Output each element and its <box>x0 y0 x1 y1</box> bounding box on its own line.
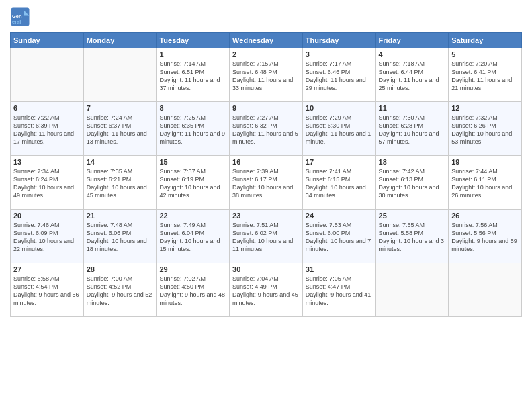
week-row-3: 20Sunrise: 7:46 AM Sunset: 6:09 PM Dayli… <box>11 210 522 263</box>
day-info: Sunrise: 7:56 AM Sunset: 5:56 PM Dayligh… <box>451 221 519 254</box>
day-info: Sunrise: 7:05 AM Sunset: 4:47 PM Dayligh… <box>306 275 373 308</box>
calendar-cell: 5Sunrise: 7:20 AM Sunset: 6:41 PM Daylig… <box>449 48 522 102</box>
calendar-cell: 25Sunrise: 7:55 AM Sunset: 5:58 PM Dayli… <box>375 210 449 263</box>
day-number: 14 <box>87 158 154 166</box>
day-number: 23 <box>232 212 300 220</box>
calendar-cell: 28Sunrise: 7:00 AM Sunset: 4:52 PM Dayli… <box>83 263 157 317</box>
day-number: 15 <box>159 158 226 166</box>
day-info: Sunrise: 7:15 AM Sunset: 6:48 PM Dayligh… <box>232 60 300 93</box>
calendar-cell <box>83 48 157 102</box>
day-info: Sunrise: 7:41 AM Sunset: 6:15 PM Dayligh… <box>306 167 373 200</box>
day-info: Sunrise: 7:42 AM Sunset: 6:13 PM Dayligh… <box>379 167 446 200</box>
day-info: Sunrise: 7:48 AM Sunset: 6:06 PM Dayligh… <box>87 221 154 254</box>
calendar-cell: 11Sunrise: 7:30 AM Sunset: 6:28 PM Dayli… <box>375 102 449 156</box>
calendar-cell: 20Sunrise: 7:46 AM Sunset: 6:09 PM Dayli… <box>11 210 84 263</box>
calendar-cell: 16Sunrise: 7:39 AM Sunset: 6:17 PM Dayli… <box>230 156 303 210</box>
day-number: 19 <box>451 158 519 166</box>
calendar-cell: 21Sunrise: 7:48 AM Sunset: 6:06 PM Dayli… <box>83 210 157 263</box>
day-info: Sunrise: 7:18 AM Sunset: 6:44 PM Dayligh… <box>379 60 446 93</box>
week-row-4: 27Sunrise: 6:58 AM Sunset: 4:54 PM Dayli… <box>11 263 522 317</box>
day-info: Sunrise: 7:49 AM Sunset: 6:04 PM Dayligh… <box>159 221 226 254</box>
day-info: Sunrise: 7:53 AM Sunset: 6:00 PM Dayligh… <box>306 221 373 254</box>
calendar-cell: 1Sunrise: 7:14 AM Sunset: 6:51 PM Daylig… <box>157 48 230 102</box>
calendar-cell <box>11 48 84 102</box>
day-number: 6 <box>13 104 81 112</box>
day-number: 18 <box>379 158 446 166</box>
header-cell-monday: Monday <box>83 33 157 48</box>
calendar-cell: 18Sunrise: 7:42 AM Sunset: 6:13 PM Dayli… <box>375 156 449 210</box>
day-number: 9 <box>232 104 300 112</box>
header: Gen eral <box>10 7 522 27</box>
day-number: 17 <box>306 158 373 166</box>
day-number: 16 <box>232 158 300 166</box>
svg-text:eral: eral <box>12 19 21 25</box>
calendar-cell: 7Sunrise: 7:24 AM Sunset: 6:37 PM Daylig… <box>83 102 157 156</box>
header-cell-thursday: Thursday <box>302 33 375 48</box>
week-row-2: 13Sunrise: 7:34 AM Sunset: 6:24 PM Dayli… <box>11 156 522 210</box>
header-cell-sunday: Sunday <box>11 33 84 48</box>
day-number: 31 <box>306 265 373 273</box>
calendar-cell: 19Sunrise: 7:44 AM Sunset: 6:11 PM Dayli… <box>449 156 522 210</box>
calendar-cell: 14Sunrise: 7:35 AM Sunset: 6:21 PM Dayli… <box>83 156 157 210</box>
header-cell-tuesday: Tuesday <box>157 33 230 48</box>
day-info: Sunrise: 7:35 AM Sunset: 6:21 PM Dayligh… <box>87 167 154 200</box>
day-info: Sunrise: 7:02 AM Sunset: 4:50 PM Dayligh… <box>159 275 226 308</box>
calendar-cell: 27Sunrise: 6:58 AM Sunset: 4:54 PM Dayli… <box>11 263 84 317</box>
day-info: Sunrise: 7:30 AM Sunset: 6:28 PM Dayligh… <box>379 113 446 146</box>
day-info: Sunrise: 7:39 AM Sunset: 6:17 PM Dayligh… <box>232 167 300 200</box>
day-info: Sunrise: 7:29 AM Sunset: 6:30 PM Dayligh… <box>306 113 373 146</box>
day-info: Sunrise: 7:00 AM Sunset: 4:52 PM Dayligh… <box>87 275 154 308</box>
day-number: 30 <box>232 265 300 273</box>
day-number: 29 <box>159 265 226 273</box>
day-number: 5 <box>451 50 519 58</box>
day-number: 4 <box>379 50 446 58</box>
calendar-cell: 2Sunrise: 7:15 AM Sunset: 6:48 PM Daylig… <box>230 48 303 102</box>
day-number: 12 <box>451 104 519 112</box>
header-cell-friday: Friday <box>375 33 449 48</box>
calendar-cell: 6Sunrise: 7:22 AM Sunset: 6:39 PM Daylig… <box>11 102 84 156</box>
day-number: 2 <box>232 50 300 58</box>
day-number: 21 <box>87 212 154 220</box>
calendar-cell: 15Sunrise: 7:37 AM Sunset: 6:19 PM Dayli… <box>157 156 230 210</box>
day-info: Sunrise: 7:20 AM Sunset: 6:41 PM Dayligh… <box>451 60 519 93</box>
day-info: Sunrise: 7:25 AM Sunset: 6:35 PM Dayligh… <box>159 113 226 146</box>
day-info: Sunrise: 7:51 AM Sunset: 6:02 PM Dayligh… <box>232 221 300 254</box>
day-info: Sunrise: 7:27 AM Sunset: 6:32 PM Dayligh… <box>232 113 300 146</box>
day-info: Sunrise: 7:22 AM Sunset: 6:39 PM Dayligh… <box>13 113 81 146</box>
calendar-cell <box>375 263 449 317</box>
calendar-body: 1Sunrise: 7:14 AM Sunset: 6:51 PM Daylig… <box>11 48 522 317</box>
day-number: 3 <box>306 50 373 58</box>
calendar-cell: 13Sunrise: 7:34 AM Sunset: 6:24 PM Dayli… <box>11 156 84 210</box>
day-info: Sunrise: 7:46 AM Sunset: 6:09 PM Dayligh… <box>13 221 81 254</box>
calendar-cell: 29Sunrise: 7:02 AM Sunset: 4:50 PM Dayli… <box>157 263 230 317</box>
day-number: 27 <box>13 265 81 273</box>
week-row-1: 6Sunrise: 7:22 AM Sunset: 6:39 PM Daylig… <box>11 102 522 156</box>
calendar-cell: 4Sunrise: 7:18 AM Sunset: 6:44 PM Daylig… <box>375 48 449 102</box>
day-info: Sunrise: 7:32 AM Sunset: 6:26 PM Dayligh… <box>451 113 519 146</box>
day-number: 8 <box>159 104 226 112</box>
day-number: 22 <box>159 212 226 220</box>
calendar-cell: 30Sunrise: 7:04 AM Sunset: 4:49 PM Dayli… <box>230 263 303 317</box>
day-number: 26 <box>451 212 519 220</box>
header-row: SundayMondayTuesdayWednesdayThursdayFrid… <box>11 33 522 48</box>
day-info: Sunrise: 7:34 AM Sunset: 6:24 PM Dayligh… <box>13 167 81 200</box>
calendar-cell: 10Sunrise: 7:29 AM Sunset: 6:30 PM Dayli… <box>302 102 375 156</box>
calendar-header: SundayMondayTuesdayWednesdayThursdayFrid… <box>11 33 522 48</box>
calendar-cell: 26Sunrise: 7:56 AM Sunset: 5:56 PM Dayli… <box>449 210 522 263</box>
day-number: 25 <box>379 212 446 220</box>
calendar-cell: 8Sunrise: 7:25 AM Sunset: 6:35 PM Daylig… <box>157 102 230 156</box>
logo-icon: Gen eral <box>10 7 30 27</box>
day-number: 7 <box>87 104 154 112</box>
logo: Gen eral <box>10 7 33 27</box>
day-number: 24 <box>306 212 373 220</box>
day-info: Sunrise: 7:14 AM Sunset: 6:51 PM Dayligh… <box>159 60 226 93</box>
day-number: 10 <box>306 104 373 112</box>
page: Gen eral SundayMondayTuesdayWednesdayThu… <box>0 0 532 411</box>
calendar-cell: 3Sunrise: 7:17 AM Sunset: 6:46 PM Daylig… <box>302 48 375 102</box>
calendar-cell: 23Sunrise: 7:51 AM Sunset: 6:02 PM Dayli… <box>230 210 303 263</box>
day-info: Sunrise: 7:55 AM Sunset: 5:58 PM Dayligh… <box>379 221 446 254</box>
day-info: Sunrise: 7:04 AM Sunset: 4:49 PM Dayligh… <box>232 275 300 308</box>
week-row-0: 1Sunrise: 7:14 AM Sunset: 6:51 PM Daylig… <box>11 48 522 102</box>
calendar-table: SundayMondayTuesdayWednesdayThursdayFrid… <box>10 32 522 317</box>
day-number: 13 <box>13 158 81 166</box>
